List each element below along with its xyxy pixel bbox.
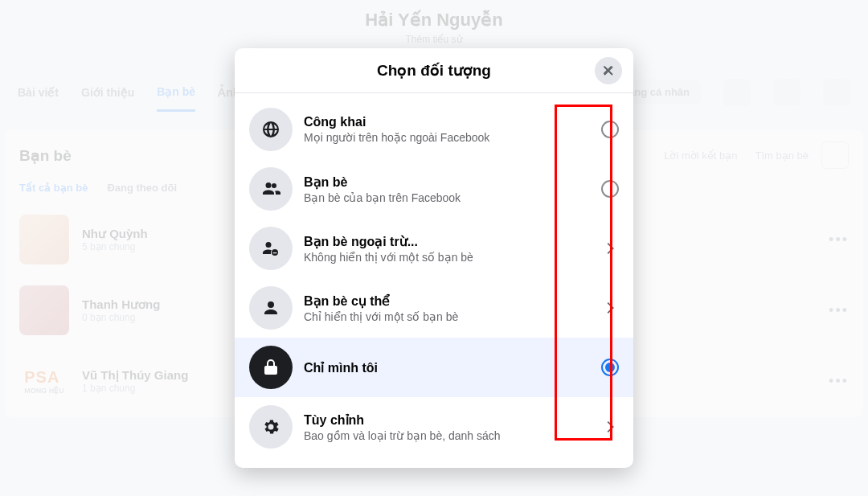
radio-button[interactable] bbox=[601, 121, 619, 138]
audience-option-lock[interactable]: Chỉ mình tôi bbox=[235, 338, 633, 397]
modal-title: Chọn đối tượng bbox=[377, 61, 491, 80]
audience-option-text: Bạn bè ngoại trừ...Không hiển thị với mộ… bbox=[304, 234, 590, 264]
audience-option-desc: Bạn bè của bạn trên Facebook bbox=[304, 191, 590, 204]
gear-icon bbox=[249, 405, 293, 449]
audience-option-title: Bạn bè ngoại trừ... bbox=[304, 234, 590, 249]
audience-option-list: Công khaiMọi người trên hoặc ngoài Faceb… bbox=[235, 93, 633, 468]
audience-option-friends[interactable]: Bạn bèBạn bè của bạn trên Facebook bbox=[235, 159, 633, 219]
audience-option-globe[interactable]: Công khaiMọi người trên hoặc ngoài Faceb… bbox=[235, 100, 633, 159]
chevron-right-icon bbox=[601, 240, 619, 257]
globe-icon bbox=[249, 108, 293, 151]
audience-option-text: Công khaiMọi người trên hoặc ngoài Faceb… bbox=[304, 115, 590, 144]
friends-icon bbox=[249, 167, 293, 211]
audience-option-text: Tùy chỉnhBao gồm và loại trừ bạn bè, dan… bbox=[304, 412, 590, 442]
audience-option-desc: Chỉ hiển thị với một số bạn bè bbox=[304, 310, 590, 323]
friends-except-icon bbox=[249, 227, 293, 270]
audience-option-text: Bạn bèBạn bè của bạn trên Facebook bbox=[304, 174, 590, 204]
audience-option-friends-except[interactable]: Bạn bè ngoại trừ...Không hiển thị với mộ… bbox=[235, 219, 633, 278]
person-icon bbox=[249, 286, 293, 330]
audience-option-desc: Không hiển thị với một số bạn bè bbox=[304, 251, 590, 264]
audience-option-person[interactable]: Bạn bè cụ thểChỉ hiển thị với một số bạn… bbox=[235, 278, 633, 338]
audience-option-desc: Bao gồm và loại trừ bạn bè, danh sách bbox=[304, 429, 590, 442]
modal-header: Chọn đối tượng bbox=[235, 48, 633, 93]
audience-option-title: Bạn bè cụ thể bbox=[304, 293, 590, 309]
audience-option-title: Công khai bbox=[304, 115, 590, 129]
chevron-right-icon bbox=[601, 418, 619, 436]
audience-selector-modal: Chọn đối tượng Công khaiMọi người trên h… bbox=[235, 48, 633, 468]
close-icon bbox=[601, 64, 616, 78]
audience-option-text: Bạn bè cụ thểChỉ hiển thị với một số bạn… bbox=[304, 293, 590, 323]
close-button[interactable] bbox=[595, 57, 622, 84]
audience-option-text: Chỉ mình tôi bbox=[304, 360, 590, 375]
audience-option-title: Tùy chỉnh bbox=[304, 412, 590, 428]
lock-icon bbox=[249, 346, 293, 389]
audience-option-title: Bạn bè bbox=[304, 174, 590, 190]
audience-option-title: Chỉ mình tôi bbox=[304, 360, 590, 375]
radio-button[interactable] bbox=[601, 359, 619, 376]
radio-button[interactable] bbox=[601, 180, 619, 198]
audience-option-gear[interactable]: Tùy chỉnhBao gồm và loại trừ bạn bè, dan… bbox=[235, 397, 633, 457]
audience-option-desc: Mọi người trên hoặc ngoài Facebook bbox=[304, 131, 590, 144]
chevron-right-icon bbox=[601, 299, 619, 317]
